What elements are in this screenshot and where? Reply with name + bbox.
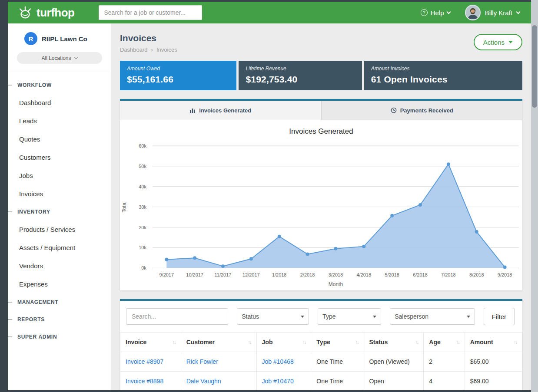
tab-label: Payments Received (400, 107, 453, 114)
nav-section-label: INVENTORY (17, 209, 50, 215)
data-point (165, 258, 168, 261)
column-label: Type (316, 339, 330, 346)
stat-label: Amount Owed (127, 66, 229, 72)
column-header-type[interactable]: Type↑↓ (311, 333, 364, 352)
help-icon: ? (421, 9, 428, 16)
column-label: Age (429, 339, 440, 346)
type-select[interactable]: Type (318, 308, 381, 325)
org-name: RIIPL Lawn Co (42, 35, 87, 43)
nav-section-reports[interactable]: REPORTS (8, 311, 111, 328)
user-menu[interactable]: Billy Kraft (465, 5, 520, 20)
sidebar-item-dashboard[interactable]: Dashboard (8, 94, 111, 112)
actions-label: Actions (483, 39, 505, 46)
chart-panel: Invoices Generated Payments Received Inv… (120, 99, 522, 290)
sidebar-item-assets-equipment[interactable]: Assets / Equipment (8, 239, 111, 257)
chevron-down-icon (516, 10, 521, 14)
stat-label: Lifetime Revenue (246, 66, 355, 72)
x-axis-label: Month (329, 281, 343, 287)
column-label: Invoice (126, 339, 146, 346)
section-dash-icon (8, 319, 12, 320)
filter-button[interactable]: Filter (484, 308, 515, 325)
breadcrumb: Dashboard › Invoices (120, 46, 177, 53)
type-select-control[interactable]: Type (318, 308, 381, 325)
column-header-job[interactable]: Job↑↓ (256, 333, 311, 352)
person-icon (466, 6, 480, 20)
chevron-down-icon (446, 10, 451, 14)
stat-card-open-invoices: Amount Invoices 61 Open Invoices (364, 61, 522, 90)
invoice-link[interactable]: Invoice #8898 (126, 378, 163, 385)
column-label: Job (262, 339, 273, 346)
status-select-control[interactable]: Status (237, 308, 309, 325)
y-tick-label: 20k (139, 225, 146, 230)
cell-type: One Time (311, 372, 364, 390)
nav-section-workflow[interactable]: WORKFLOW (8, 76, 111, 94)
column-header-amount[interactable]: Amount↑↓ (465, 333, 522, 352)
chevron-down-icon (74, 55, 77, 59)
sidebar-item-jobs[interactable]: Jobs (8, 167, 111, 185)
help-menu[interactable]: ? Help (421, 9, 450, 16)
column-label: Customer (186, 339, 215, 346)
customer-link[interactable]: Dale Vaughn (186, 378, 221, 385)
cell-invoice: Invoice #8898 (120, 372, 181, 390)
y-tick-label: 40k (139, 184, 146, 189)
brand-name: turfhop (37, 6, 74, 20)
tab-invoices-generated[interactable]: Invoices Generated (120, 101, 321, 120)
sort-icon: ↑↓ (302, 339, 306, 345)
table-search-input[interactable] (126, 308, 228, 325)
cell-amount: $65.00 (465, 352, 522, 372)
x-tick-label: 9/2017 (159, 272, 174, 277)
actions-button[interactable]: Actions (474, 34, 522, 50)
customer-link[interactable]: Rick Fowler (186, 358, 218, 365)
data-point (221, 264, 225, 268)
x-tick-label: 5/2018 (385, 272, 399, 277)
invoices-chart: 0k10k20k30k40k50k60k9/201710/201711/2017… (120, 137, 522, 290)
status-select[interactable]: Status (237, 308, 309, 325)
chart-title: Invoices Generated (120, 127, 522, 136)
invoice-link[interactable]: Invoice #8907 (126, 358, 163, 365)
sidebar-item-vendors[interactable]: Vendors (8, 257, 111, 275)
nav-section-super-admin[interactable]: SUPER ADMIN (8, 328, 111, 346)
main-content: Invoices Dashboard › Invoices Actions Am… (111, 23, 531, 390)
location-selector[interactable]: All Locations (17, 52, 102, 64)
page-head-left: Invoices Dashboard › Invoices (120, 33, 177, 53)
nav-section-inventory[interactable]: INVENTORY (8, 203, 111, 221)
column-header-status[interactable]: Status↑↓ (364, 333, 424, 352)
scrollbar-thumb[interactable] (532, 25, 537, 108)
topbar-right: ? Help Billy Kraft (421, 5, 520, 20)
salesperson-select[interactable]: Salesperson (390, 308, 475, 325)
x-tick-label: 9/2018 (498, 272, 512, 277)
global-search-input[interactable] (99, 5, 202, 20)
column-label: Status (369, 339, 388, 346)
job-link[interactable]: Job #10468 (262, 358, 294, 365)
stat-card-lifetime-revenue: Lifetime Revenue $192,753.40 (239, 61, 362, 90)
sidebar-item-quotes[interactable]: Quotes (8, 130, 111, 148)
table-row: Invoice #8907Rick FowlerJob #10468One Ti… (120, 352, 522, 372)
nav-section-label: REPORTS (17, 316, 45, 323)
sidebar: R RIIPL Lawn Co All Locations WORKFLOWDa… (8, 23, 111, 390)
cell-status: Open (364, 372, 424, 390)
sidebar-item-leads[interactable]: Leads (8, 112, 111, 130)
nav-section-label: SUPER ADMIN (17, 334, 57, 340)
tab-payments-received[interactable]: Payments Received (321, 101, 523, 120)
brand[interactable]: turfhop (17, 5, 74, 20)
job-link[interactable]: Job #10470 (262, 378, 294, 385)
sidebar-item-customers[interactable]: Customers (8, 148, 111, 167)
column-header-invoice[interactable]: Invoice↑↓ (120, 333, 181, 352)
sidebar-item-products-services[interactable]: Products / Services (8, 221, 111, 239)
sidebar-item-invoices[interactable]: Invoices (8, 185, 111, 203)
x-tick-label: 4/2018 (357, 272, 372, 277)
x-tick-label: 3/2018 (329, 272, 343, 277)
caret-down-icon (508, 41, 513, 43)
nav-section-management[interactable]: MANAGEMENT (8, 293, 111, 311)
sidebar-item-expenses[interactable]: Expenses (8, 275, 111, 293)
scrollbar-track[interactable] (531, 0, 538, 392)
cell-amount: $69.00 (465, 372, 522, 390)
page-title: Invoices (120, 33, 177, 43)
column-header-age[interactable]: Age↑↓ (424, 333, 465, 352)
table-body: Invoice #8907Rick FowlerJob #10468One Ti… (120, 352, 522, 390)
salesperson-select-control[interactable]: Salesperson (390, 308, 475, 325)
y-tick-label: 0k (141, 265, 146, 270)
breadcrumb-dashboard[interactable]: Dashboard (120, 46, 148, 53)
user-name: Billy Kraft (485, 9, 512, 16)
column-header-customer[interactable]: Customer↑↓ (181, 333, 256, 352)
